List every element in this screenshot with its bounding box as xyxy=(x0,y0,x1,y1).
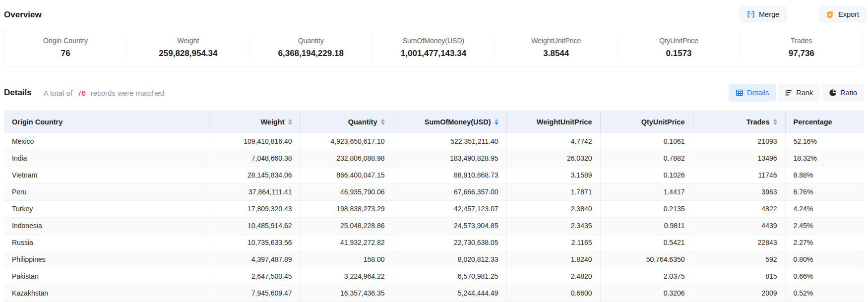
overview-stats-card: Origin Country 76 Weight 259,828,954.34 … xyxy=(4,29,863,66)
cell-sum_of_money_usd: 67,666,357.00 xyxy=(393,183,506,200)
pie-icon xyxy=(829,89,837,97)
export-icon xyxy=(826,10,834,18)
cell-country: Indonesia xyxy=(4,217,208,234)
table-row: Russia10,739,633.5641,932,272.8222,730,6… xyxy=(4,234,864,251)
column-header-weight-unit-price: WeightUnitPrice xyxy=(506,111,600,133)
cell-sum_of_money_usd: 522,351,211.40 xyxy=(393,133,506,150)
cell-quantity: 46,935,790.06 xyxy=(300,183,393,200)
cell-weight_unit_price: 2.1165 xyxy=(506,234,600,251)
cell-trades: 22843 xyxy=(693,234,785,251)
merge-icon xyxy=(747,10,755,18)
view-button-ratio[interactable]: Ratio xyxy=(822,84,864,102)
column-header-trades[interactable]: Trades xyxy=(693,111,785,133)
cell-weight_unit_price: 2.4820 xyxy=(506,268,600,285)
cell-qty_unit_price: 50,764.6350 xyxy=(600,251,693,268)
stat-weight-unit-price: WeightUnitPrice 3.8544 xyxy=(495,37,617,59)
cell-weight: 28,145,834.06 xyxy=(208,167,300,183)
cell-weight: 7,945,609.47 xyxy=(208,285,300,302)
cell-percentage: 4.24% xyxy=(785,200,864,217)
column-header-qty-unit-price: QtyUnitPrice xyxy=(600,111,693,133)
sort-icon xyxy=(381,119,385,125)
cell-trades: 21093 xyxy=(693,133,785,150)
cell-country: Mexico xyxy=(4,133,208,150)
cell-qty_unit_price: 0.7882 xyxy=(600,150,693,167)
cell-quantity: 4,923,650,617.10 xyxy=(300,133,393,150)
sort-icon xyxy=(288,119,292,125)
details-heading: Details xyxy=(4,88,32,98)
table-row: Kazakhstan7,945,609.4716,357,436.355,244… xyxy=(4,285,864,302)
view-button-rank[interactable]: Rank xyxy=(778,84,820,102)
stat-value: 6,368,194,229.18 xyxy=(278,49,344,59)
cell-trades: 592 xyxy=(693,251,785,268)
cell-trades: 13496 xyxy=(693,150,785,167)
stat-weight: Weight 259,828,954.34 xyxy=(127,37,249,59)
cell-sum_of_money_usd: 8,020,812.33 xyxy=(393,251,506,268)
cell-percentage: 6.76% xyxy=(785,183,864,200)
stat-value: 76 xyxy=(61,49,70,59)
rank-icon xyxy=(785,89,793,97)
cell-quantity: 25,048,228.86 xyxy=(300,217,393,234)
cell-weight: 7,048,660.38 xyxy=(208,150,300,167)
stat-value: 1,001,477,143.34 xyxy=(401,49,466,59)
cell-percentage: 2.27% xyxy=(785,234,864,251)
merge-button[interactable]: Merge xyxy=(739,6,787,23)
cell-quantity: 198,838,273.29 xyxy=(300,200,393,217)
table-body: Mexico109,410,816.404,923,650,617.10522,… xyxy=(4,133,864,302)
cell-quantity: 866,400,047.15 xyxy=(300,167,393,183)
cell-weight_unit_price: 26.0320 xyxy=(506,150,600,167)
view-button-label: Ratio xyxy=(840,89,857,97)
page: Overview Merge Export Origin Country 76 xyxy=(0,0,868,302)
cell-quantity: 16,357,436.35 xyxy=(300,285,393,302)
column-header-quantity[interactable]: Quantity xyxy=(300,111,393,133)
table-row: Indonesia10,485,914.6225,048,228.8624,57… xyxy=(4,217,864,234)
export-button[interactable]: Export xyxy=(818,6,867,23)
stat-label: Origin Country xyxy=(43,37,88,45)
stat-label: Trades xyxy=(791,37,812,45)
cell-qty_unit_price: 0.2135 xyxy=(600,200,693,217)
export-button-label: Export xyxy=(838,10,859,18)
stat-quantity: Quantity 6,368,194,229.18 xyxy=(250,37,372,59)
stat-label: Quantity xyxy=(298,37,324,45)
details-table: Origin Country Weight Quantity SumOfMone… xyxy=(4,111,864,302)
cell-trades: 2009 xyxy=(693,285,785,302)
matched-summary: A total of 76 records were matched xyxy=(44,89,164,97)
merge-button-label: Merge xyxy=(759,10,779,18)
column-header-sum-of-money[interactable]: SumOfMoney(USD) xyxy=(393,111,506,133)
view-button-label: Rank xyxy=(796,89,813,97)
cell-trades: 11746 xyxy=(693,167,785,183)
details-bar: Details A total of 76 records were match… xyxy=(4,83,864,102)
stat-origin-country: Origin Country 76 xyxy=(4,37,126,59)
view-button-details[interactable]: Details xyxy=(729,84,776,102)
cell-sum_of_money_usd: 22,730,638.05 xyxy=(393,234,506,251)
stat-label: WeightUnitPrice xyxy=(531,37,581,45)
cell-country: Kazakhstan xyxy=(4,285,208,302)
table-row: Vietnam28,145,834.06866,400,047.1588,910… xyxy=(4,167,864,183)
cell-weight: 4,397,487.89 xyxy=(208,251,300,268)
view-button-label: Details xyxy=(747,89,769,97)
stat-value: 97,736 xyxy=(789,49,814,59)
cell-percentage: 18.32% xyxy=(785,150,864,167)
cell-sum_of_money_usd: 5,244,444.49 xyxy=(393,285,506,302)
cell-qty_unit_price: 0.1026 xyxy=(600,167,693,183)
table-row: Turkey17,809,320.43198,838,273.2942,457,… xyxy=(4,200,864,217)
cell-country: Philippines xyxy=(4,251,208,268)
cell-weight: 37,864,111.41 xyxy=(208,183,300,200)
cell-qty_unit_price: 1.4417 xyxy=(600,183,693,200)
column-header-weight[interactable]: Weight xyxy=(208,111,300,133)
cell-trades: 4822 xyxy=(693,200,785,217)
cell-percentage: 52.16% xyxy=(785,133,864,150)
table-row: Philippines4,397,487.89158.008,020,812.3… xyxy=(4,251,864,268)
cell-weight_unit_price: 0.6600 xyxy=(506,285,600,302)
cell-trades: 3963 xyxy=(693,183,785,200)
cell-country: India xyxy=(4,150,208,167)
cell-weight: 10,485,914.62 xyxy=(208,217,300,234)
cell-weight_unit_price: 1.8240 xyxy=(506,251,600,268)
table-icon xyxy=(736,89,744,97)
sort-icon-descending-active xyxy=(495,119,498,125)
cell-weight_unit_price: 2.3435 xyxy=(506,217,600,234)
cell-quantity: 41,932,272.82 xyxy=(300,234,393,251)
cell-weight: 109,410,816.40 xyxy=(208,133,300,150)
page-title: Overview xyxy=(4,10,42,20)
stat-value: 0.1573 xyxy=(666,49,692,59)
stat-label: SumOfMoney(USD) xyxy=(403,37,464,45)
